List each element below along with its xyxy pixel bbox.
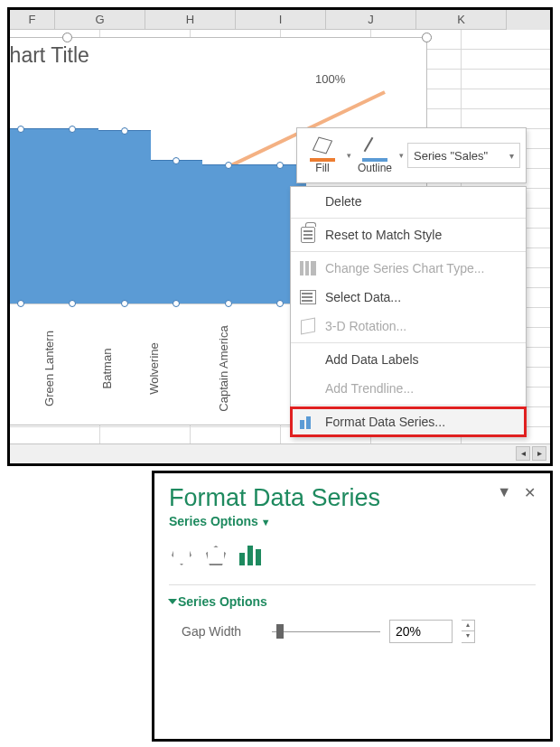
- blank-icon: [298, 378, 318, 398]
- data-point-marker[interactable]: [276, 162, 284, 169]
- scroll-right-icon[interactable]: ▸: [532, 446, 546, 461]
- col-header[interactable]: H: [145, 10, 236, 30]
- ctx-select-data[interactable]: Select Data...: [291, 283, 526, 312]
- col-header[interactable]: F: [10, 10, 55, 30]
- ctx-change-chart-type: Change Series Chart Type...: [291, 254, 526, 283]
- pane-subtitle-label: Series Options: [169, 514, 258, 528]
- scroll-left-icon[interactable]: ◂: [516, 446, 530, 461]
- tab-effects[interactable]: [203, 543, 229, 568]
- series-selector-value: Series "Sales": [414, 149, 488, 163]
- ctx-delete[interactable]: Delete: [291, 187, 526, 216]
- chart-plot-area[interactable]: [7, 79, 306, 304]
- cube-icon: [298, 316, 318, 336]
- bar-chart-icon: [239, 546, 261, 565]
- gap-width-label: Gap Width: [182, 624, 263, 639]
- paint-bucket-icon: [310, 136, 335, 156]
- ctx-label: 3-D Rotation...: [325, 319, 406, 333]
- ctx-label: Change Series Chart Type...: [325, 261, 484, 275]
- data-point-marker[interactable]: [121, 127, 128, 135]
- category-axis: manGreen LanternBatmanWolverineCaptain A…: [7, 323, 305, 414]
- data-bar[interactable]: [151, 160, 203, 303]
- chart-resize-handle[interactable]: [62, 33, 72, 42]
- col-header[interactable]: J: [326, 10, 416, 30]
- format-data-series-pane: Format Data Series Series Options▼ ▼ ✕ S…: [152, 471, 553, 742]
- pen-icon: [362, 136, 387, 156]
- pane-subtitle-dropdown[interactable]: Series Options▼: [169, 514, 380, 528]
- chevron-down-icon[interactable]: ▾: [347, 151, 351, 160]
- clipboard-icon: [298, 225, 318, 245]
- pentagon-icon: [206, 546, 226, 565]
- ctx-label: Delete: [325, 194, 361, 209]
- pane-options-icon[interactable]: ▼: [497, 484, 511, 501]
- ctx-label: Format Data Series...: [325, 415, 445, 429]
- gap-width-input[interactable]: [389, 620, 453, 643]
- select-data-icon: [298, 287, 318, 307]
- spinner-up-icon[interactable]: ▴: [462, 621, 474, 631]
- chevron-down-icon: ▾: [509, 151, 514, 161]
- section-label: Series Options: [178, 594, 267, 609]
- data-point-marker[interactable]: [173, 300, 180, 307]
- data-point-marker[interactable]: [17, 300, 24, 307]
- ctx-label: Add Data Labels: [325, 352, 419, 367]
- blank-icon: [298, 350, 318, 369]
- data-point-marker[interactable]: [69, 300, 76, 307]
- chart-resize-handle[interactable]: [422, 33, 432, 42]
- data-point-marker[interactable]: [121, 300, 128, 307]
- col-header[interactable]: I: [236, 10, 326, 30]
- ctx-reset-match-style[interactable]: Reset to Match Style: [291, 220, 526, 249]
- data-point-marker[interactable]: [17, 126, 24, 133]
- spreadsheet-window: F G H I J K Chart Title 100% 40% manGree…: [7, 7, 553, 466]
- chevron-down-icon: ▼: [261, 517, 271, 528]
- data-point-marker[interactable]: [225, 162, 232, 169]
- ctx-add-trendline: Add Trendline...: [291, 374, 526, 403]
- chart-type-icon: [298, 258, 318, 278]
- axis-tick-label: 100%: [315, 72, 360, 86]
- ctx-3d-rotation: 3-D Rotation...: [291, 312, 526, 341]
- context-menu: Delete Reset to Match Style Change Serie…: [290, 186, 527, 437]
- data-bar[interactable]: [202, 164, 255, 303]
- series-options-section-header[interactable]: Series Options: [169, 584, 536, 609]
- col-header[interactable]: G: [55, 10, 145, 30]
- blank-icon: [298, 191, 318, 211]
- data-point-marker[interactable]: [173, 157, 180, 164]
- chevron-down-icon[interactable]: ▾: [399, 151, 404, 160]
- ctx-label: Reset to Match Style: [325, 228, 442, 242]
- fill-button[interactable]: Fill: [303, 136, 342, 174]
- ctx-add-data-labels[interactable]: Add Data Labels: [291, 345, 526, 374]
- data-point-marker[interactable]: [276, 300, 284, 307]
- tab-series-options[interactable]: [238, 543, 263, 568]
- gap-width-spinner[interactable]: ▴ ▾: [462, 620, 475, 643]
- gap-width-row: Gap Width ▴ ▾: [169, 620, 536, 643]
- ctx-format-data-series[interactable]: Format Data Series...: [291, 407, 526, 436]
- data-bar[interactable]: [7, 128, 47, 303]
- ctx-label: Select Data...: [325, 290, 401, 304]
- data-bar[interactable]: [47, 128, 99, 303]
- gap-width-slider[interactable]: [272, 631, 380, 632]
- series-selector-dropdown[interactable]: Series "Sales" ▾: [407, 143, 520, 168]
- format-series-icon: [298, 412, 318, 432]
- format-tabs: [169, 543, 536, 568]
- collapse-triangle-icon: [168, 599, 177, 604]
- outline-label: Outline: [358, 162, 392, 174]
- tab-fill-line[interactable]: [169, 543, 194, 568]
- data-point-marker[interactable]: [69, 126, 76, 133]
- col-header[interactable]: K: [416, 10, 507, 30]
- outline-button[interactable]: Outline: [355, 136, 395, 174]
- fill-label: Fill: [315, 162, 329, 174]
- pane-title: Format Data Series: [169, 484, 380, 512]
- chart-title[interactable]: Chart Title: [7, 43, 89, 68]
- spinner-down-icon[interactable]: ▾: [462, 631, 474, 642]
- column-headers: F G H I J K: [10, 10, 550, 30]
- data-point-marker[interactable]: [225, 300, 232, 307]
- sheet-scrollbar[interactable]: ◂ ▸: [10, 444, 550, 463]
- paint-bucket-icon: [172, 546, 191, 565]
- close-icon[interactable]: ✕: [524, 484, 536, 501]
- ctx-label: Add Trendline...: [325, 381, 414, 396]
- mini-toolbar: Fill ▾ Outline ▾ Series "Sales" ▾: [296, 127, 527, 183]
- data-bar[interactable]: [98, 130, 151, 303]
